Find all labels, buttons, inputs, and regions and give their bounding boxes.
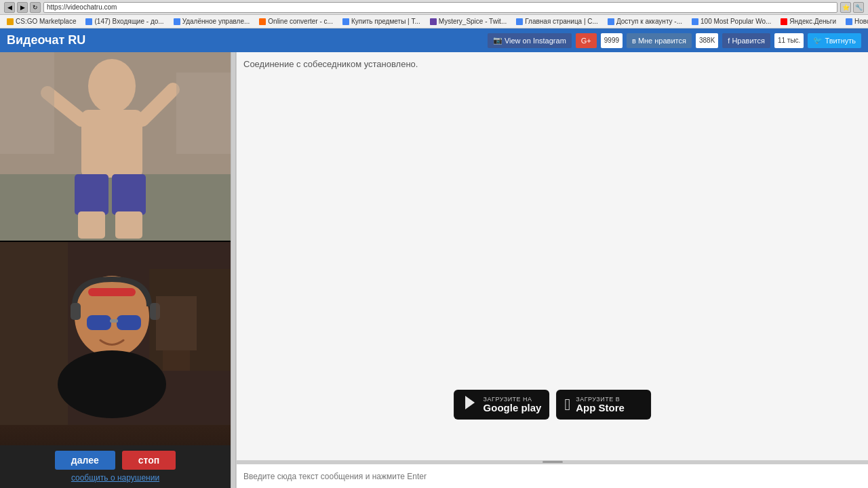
bookmark-converter[interactable]: Online converter - с... — [255, 16, 337, 27]
bookmark-items-icon — [342, 18, 349, 25]
stop-button[interactable]: стоп — [122, 451, 176, 470]
refresh-button[interactable]: ↻ — [30, 2, 41, 13]
bookmark-converter-label: Online converter - с... — [268, 18, 333, 25]
bookmark-remote[interactable]: Удалённое управле... — [170, 16, 254, 27]
report-link[interactable]: сообщить о нарушении — [71, 473, 159, 483]
extension-icon-2[interactable]: 🔧 — [853, 2, 864, 13]
bookmark-account-icon — [608, 18, 614, 25]
bookmark-main[interactable]: Главная страница | С... — [512, 16, 602, 27]
google-play-badge[interactable]: ЗАГРУЗИТЕ НА Google play — [454, 390, 550, 420]
instagram-button[interactable]: 📷 View on Instagram — [488, 33, 572, 48]
twitter-icon: 🐦 — [813, 36, 823, 45]
bookmark-yandex[interactable]: Яндекс.Деньги — [776, 16, 840, 27]
svg-rect-13 — [0, 242, 68, 425]
video-bottom: далее стоп сообщить о нарушении — [0, 242, 231, 488]
bookmark-inbox[interactable]: (147) Входящие - до... — [81, 16, 167, 27]
instagram-icon: 📷 — [493, 36, 502, 45]
svg-rect-8 — [78, 211, 105, 239]
bookmark-csgo-icon — [7, 18, 14, 25]
back-button[interactable]: ◀ — [4, 2, 15, 13]
svg-rect-3 — [81, 110, 142, 178]
svg-point-22 — [58, 350, 166, 418]
gplus-label: G+ — [581, 37, 591, 45]
forward-button[interactable]: ▶ — [17, 2, 28, 13]
chat-input-area — [237, 464, 868, 488]
bookmarks-bar: CS:GO Marketplace (147) Входящие - до...… — [0, 15, 868, 28]
app-store-text: Загрузите в App Store — [576, 396, 625, 414]
browser-controls: ◀ ▶ ↻ — [4, 2, 41, 13]
gplus-count: 9999 — [604, 37, 619, 44]
google-play-text: ЗАГРУЗИТЕ НА Google play — [484, 396, 542, 414]
vk-count-button[interactable]: 388K — [696, 33, 718, 48]
svg-rect-16 — [71, 303, 81, 320]
svg-rect-21 — [110, 319, 118, 323]
bookmark-remote-label: Удалённое управле... — [182, 18, 250, 25]
app-store-badge[interactable]:  Загрузите в App Store — [556, 390, 651, 420]
twitter-button[interactable]: 🐦 Твитнуть — [808, 33, 861, 48]
bookmark-items[interactable]: Купить предметы | Т... — [338, 16, 425, 27]
svg-rect-19 — [87, 315, 111, 330]
bookmark-account[interactable]: Доступ к аккаунту -... — [604, 16, 686, 27]
instagram-label: View on Instagram — [505, 37, 566, 45]
bookmark-news-label: Новости - VSP ... — [854, 18, 868, 25]
facebook-icon: f — [728, 37, 730, 45]
bookmark-news[interactable]: Новости - VSP ... — [842, 16, 868, 27]
site-header: Видеочат RU 📷 View on Instagram G+ 9999 … — [0, 28, 868, 52]
vk-label: Мне нравится — [638, 37, 686, 45]
bookmark-twitch-icon — [430, 18, 437, 25]
address-bar[interactable]: https://videochatru.com — [43, 2, 837, 13]
connection-message: Соединение с собеседником установлено. — [243, 59, 861, 69]
bookmark-remote-icon — [174, 18, 180, 25]
svg-rect-10 — [0, 52, 54, 154]
svg-rect-23 — [156, 296, 197, 350]
bookmark-items-label: Купить предметы | Т... — [351, 18, 420, 25]
google-play-icon — [462, 394, 478, 415]
divider-handle — [542, 461, 563, 463]
self-figure-svg — [0, 242, 231, 425]
panel-divider[interactable] — [231, 52, 236, 488]
browser-bar: ◀ ▶ ↻ https://videochatru.com ⭐ 🔧 — [0, 0, 868, 15]
vk-icon: в — [632, 37, 636, 45]
app-store-name: App Store — [576, 403, 625, 414]
svg-rect-20 — [117, 315, 141, 330]
svg-rect-18 — [88, 288, 136, 296]
gplus-button[interactable]: G+ — [576, 33, 597, 48]
svg-point-2 — [88, 59, 136, 113]
bookmark-inbox-label: (147) Входящие - до... — [94, 18, 163, 25]
site-title: Видеочат RU — [7, 33, 85, 47]
controls-area: далее стоп сообщить о нарушении — [0, 445, 231, 488]
svg-rect-11 — [176, 73, 231, 154]
extension-icon-1[interactable]: ⭐ — [840, 2, 851, 13]
next-button[interactable]: далее — [55, 451, 115, 470]
gplus-count-button[interactable]: 9999 — [601, 33, 623, 48]
address-text: https://videochatru.com — [47, 3, 117, 11]
vk-count: 388K — [699, 37, 715, 44]
right-panel: Соединение с собеседником установлено. З… — [236, 52, 868, 488]
browser-icons: ⭐ 🔧 — [840, 2, 864, 13]
svg-rect-6 — [75, 174, 108, 215]
bookmark-twitch[interactable]: Mystery_Spice - Twit... — [426, 16, 511, 27]
facebook-count-button[interactable]: 11 тыс. — [774, 33, 804, 48]
bookmark-converter-icon — [259, 18, 266, 25]
video-top — [0, 52, 231, 242]
bookmark-account-label: Доступ к аккаунту -... — [616, 18, 682, 25]
bookmark-yandex-icon — [781, 18, 787, 25]
svg-rect-9 — [115, 211, 142, 239]
bookmark-yandex-label: Яндекс.Деньги — [789, 18, 836, 25]
stranger-figure-svg — [0, 52, 231, 242]
facebook-count: 11 тыс. — [778, 37, 800, 44]
bookmark-csgo[interactable]: CS:GO Marketplace — [3, 16, 80, 27]
chat-input[interactable] — [237, 464, 868, 488]
svg-marker-25 — [465, 396, 475, 409]
stranger-video — [0, 52, 231, 241]
chat-messages: Соединение с собеседником установлено. З… — [237, 52, 868, 460]
vk-button[interactable]: в Мне нравится — [627, 33, 692, 48]
bookmark-main-label: Главная страница | С... — [525, 18, 598, 25]
facebook-label: Нравится — [732, 37, 765, 45]
facebook-button[interactable]: f Нравится — [722, 33, 770, 48]
left-panel: далее стоп сообщить о нарушении — [0, 52, 231, 488]
bookmark-popular-label: 100 Most Popular Wo... — [701, 18, 771, 25]
main-container: далее стоп сообщить о нарушении Соединен… — [0, 52, 868, 488]
bookmark-popular[interactable]: 100 Most Popular Wo... — [688, 16, 775, 27]
twitter-label: Твитнуть — [825, 37, 856, 45]
